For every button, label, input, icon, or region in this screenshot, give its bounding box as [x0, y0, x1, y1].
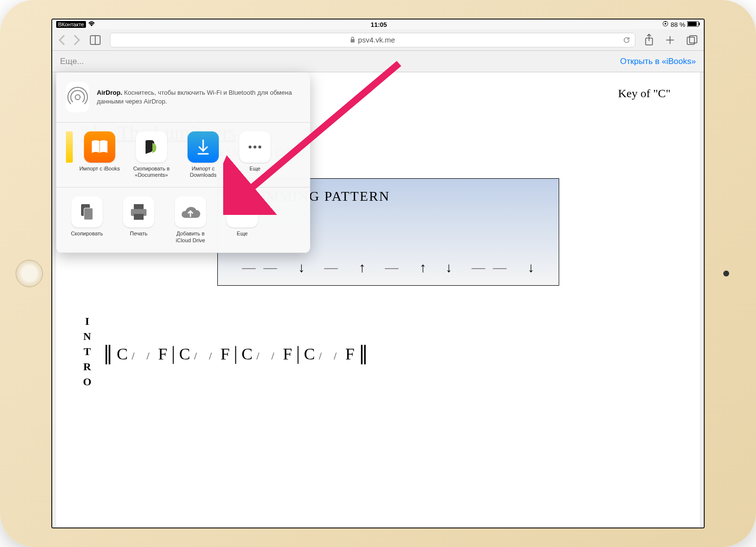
share-apps-row: Импорт с iBooks Скопировать в «Documents… [56, 123, 310, 188]
open-in-ibooks-button[interactable]: Открыть в «iBooks» [620, 57, 696, 66]
share-actions-row: Скопировать Печать Добавить в iCloud Dri… [56, 188, 310, 252]
screen: ВКонтакте 11:05 88 % [51, 19, 705, 528]
lock-icon [350, 37, 355, 43]
back-to-app[interactable]: ВКонтакте [56, 21, 86, 28]
share-downloads[interactable]: Импорт с Downloads [182, 131, 224, 178]
svg-point-14 [75, 95, 80, 100]
svg-rect-25 [134, 214, 144, 220]
url-text: psv4.vk.me [358, 36, 395, 44]
bookmarks-button[interactable] [89, 35, 101, 45]
svg-point-19 [253, 146, 256, 148]
notes-app-peek[interactable] [66, 131, 73, 163]
intro-label: INTRO [81, 315, 93, 391]
ibooks-icon [84, 131, 115, 163]
forward-button[interactable] [74, 35, 81, 45]
orientation-lock-icon [662, 21, 669, 28]
browser-toolbar: psv4.vk.me [52, 29, 704, 51]
chord-progression: ‖ C/ / F| C/ / F| C/ / F| C/ / F‖ [103, 341, 368, 364]
battery-icon [687, 21, 700, 28]
svg-rect-22 [84, 208, 93, 220]
share-sheet-popover: AirDrop. Коснитесь, чтобы включить Wi-Fi… [56, 72, 310, 253]
svg-rect-3 [688, 21, 696, 26]
more-icon [239, 131, 271, 163]
key-label: Key of "C" [618, 87, 671, 100]
back-button[interactable] [58, 35, 65, 45]
svg-rect-7 [351, 39, 355, 42]
wifi-icon [88, 21, 95, 28]
document-action-bar: Еще... Открыть в «iBooks» [52, 51, 704, 72]
battery-percent: 88 % [671, 21, 685, 28]
svg-point-29 [246, 210, 249, 213]
downloads-icon [188, 131, 219, 163]
svg-point-28 [241, 210, 244, 213]
status-bar: ВКонтакте 11:05 88 % [52, 20, 704, 29]
svg-rect-1 [665, 23, 666, 24]
icloud-icon [175, 196, 206, 228]
svg-point-18 [249, 146, 252, 148]
action-more[interactable]: Еще [221, 196, 263, 243]
front-camera [723, 271, 729, 276]
status-time: 11:05 [371, 21, 387, 28]
tabs-button[interactable] [686, 35, 698, 45]
share-button[interactable] [644, 34, 654, 46]
airdrop-icon [66, 82, 89, 112]
airdrop-text: AirDrop. Коснитесь, чтобы включить Wi-Fi… [97, 88, 300, 106]
home-button[interactable] [16, 260, 43, 287]
copy-icon [71, 196, 103, 228]
reload-button[interactable] [622, 36, 631, 44]
url-bar[interactable]: psv4.vk.me [110, 33, 635, 47]
print-icon [123, 196, 154, 228]
svg-rect-23 [134, 204, 144, 209]
documents-icon [136, 131, 167, 163]
strumming-arrows: — —↓—↑—↑↓— —↓ [232, 260, 544, 275]
more-actions-button[interactable]: Еще... [60, 57, 84, 66]
svg-point-27 [236, 210, 239, 213]
action-icloud[interactable]: Добавить в iCloud Drive [169, 196, 211, 243]
svg-point-20 [258, 146, 261, 148]
share-documents[interactable]: Скопировать в «Documents» [130, 131, 172, 178]
new-tab-button[interactable] [665, 35, 675, 45]
share-ibooks[interactable]: Импорт с iBooks [79, 131, 121, 178]
svg-rect-4 [699, 22, 700, 25]
more-icon [227, 196, 258, 228]
share-more-apps[interactable]: Еще [234, 131, 276, 178]
airdrop-section[interactable]: AirDrop. Коснитесь, чтобы включить Wi-Fi… [56, 72, 310, 123]
action-print[interactable]: Печать [118, 196, 160, 243]
ipad-device-frame: ВКонтакте 11:05 88 % [0, 0, 756, 547]
action-copy[interactable]: Скопировать [66, 196, 108, 243]
